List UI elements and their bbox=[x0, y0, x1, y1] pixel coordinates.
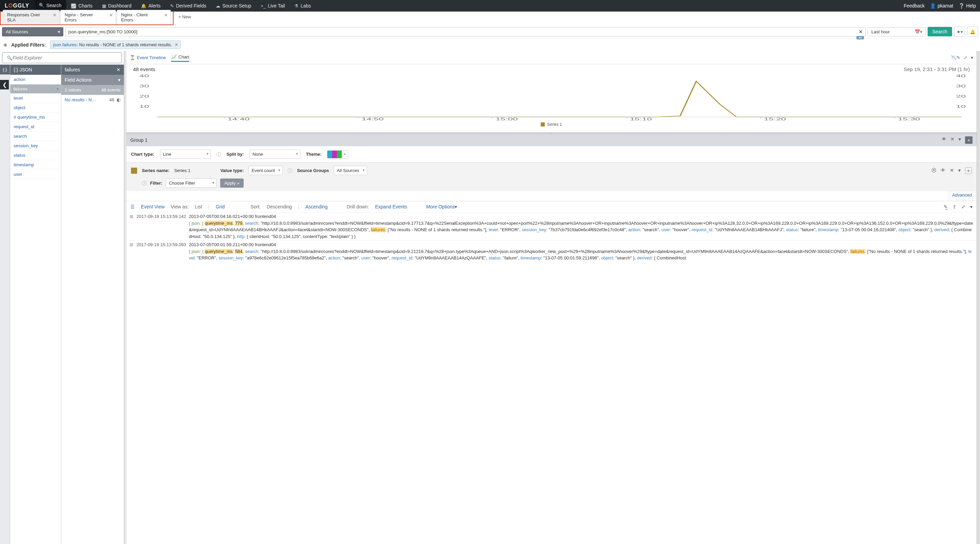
field-detail-header: failures ✕ bbox=[61, 65, 124, 75]
value-type-select[interactable]: Event count bbox=[248, 166, 283, 175]
json-type-chip[interactable]: {:} bbox=[0, 65, 10, 75]
scrollbar[interactable] bbox=[977, 51, 980, 544]
advanced-link[interactable]: Advanced bbox=[947, 191, 977, 201]
sort-asc[interactable]: Ascending bbox=[305, 204, 328, 209]
workspace-tab[interactable]: Nginx - Client Errors✕ bbox=[117, 10, 171, 24]
search-button[interactable]: Search bbox=[928, 27, 952, 36]
source-groups-select[interactable]: All Sources bbox=[334, 166, 367, 175]
field-item[interactable]: failures⋯ bbox=[10, 84, 61, 94]
chart-header: 48 events Sep 19, 2:31 - 3:31 PM (1 hr) bbox=[126, 64, 977, 73]
field-value-row[interactable]: No results - NONE48 ◐ bbox=[61, 95, 124, 105]
events-list[interactable]: ⊞2017-09-19 15:13:59.1422013-07-05T00:04… bbox=[126, 212, 977, 544]
svg-text:15:00: 15:00 bbox=[496, 117, 518, 121]
remove-filter-icon[interactable]: ✕ bbox=[175, 42, 178, 47]
svg-text:30: 30 bbox=[139, 84, 149, 88]
expand-event-icon[interactable]: ⊞ bbox=[130, 241, 134, 262]
workspace-tabs: Responses Over SLA✕Nginx - Server Errors… bbox=[0, 11, 173, 25]
edit-chart-icon[interactable]: 📉✎ bbox=[951, 55, 960, 60]
apply-filter-button[interactable]: Apply » bbox=[220, 179, 243, 188]
chart-legend: Series 1 bbox=[133, 121, 970, 129]
field-actions-dropdown[interactable]: Field Actions▾ bbox=[61, 75, 124, 85]
export-icon[interactable]: ⇪ bbox=[953, 204, 956, 209]
svg-text:10: 10 bbox=[956, 105, 966, 108]
expand-chart-icon[interactable]: ⤢ bbox=[964, 55, 967, 60]
workspace-tab[interactable]: Responses Over SLA✕ bbox=[3, 10, 60, 24]
group-menu-icon[interactable]: ▾ bbox=[959, 136, 961, 144]
event-view-link[interactable]: Event View bbox=[141, 204, 165, 209]
workspace-tab[interactable]: Nginx - Server Errors✕ bbox=[60, 10, 116, 24]
expand-events-icon[interactable]: ⤢ bbox=[961, 204, 966, 209]
svg-text:20: 20 bbox=[956, 94, 966, 98]
field-item[interactable]: action bbox=[10, 75, 61, 84]
alert-button[interactable]: 🔔 bbox=[967, 27, 978, 37]
field-item[interactable]: status bbox=[10, 151, 61, 160]
collapse-sidebar-icon[interactable]: ❮ bbox=[0, 80, 9, 89]
svg-text:10: 10 bbox=[139, 105, 149, 108]
series-visibility-icon[interactable]: 👁 bbox=[940, 167, 946, 174]
field-item[interactable]: object bbox=[10, 103, 61, 113]
search-row: All Sources json.querytime_ms:[500 TO 10… bbox=[0, 25, 980, 38]
series-target-icon[interactable]: ⦿ bbox=[931, 167, 937, 174]
svg-text:15:10: 15:10 bbox=[630, 117, 652, 121]
clear-query-icon[interactable]: ✕ bbox=[859, 29, 862, 34]
close-tab-icon[interactable]: ✕ bbox=[53, 13, 56, 18]
group-visibility-icon[interactable]: 👁 bbox=[942, 136, 946, 144]
field-item[interactable]: user bbox=[10, 170, 61, 179]
info-icon[interactable]: i bbox=[288, 168, 292, 173]
field-item[interactable]: request_id bbox=[10, 122, 61, 132]
legend-swatch bbox=[541, 122, 545, 127]
list-icon: ☰ bbox=[130, 204, 135, 209]
nav-source-setup[interactable]: ☁Source Setup bbox=[211, 0, 256, 11]
close-tab-icon[interactable]: ✕ bbox=[164, 13, 168, 18]
chart-type-select[interactable]: Line bbox=[160, 150, 211, 159]
field-item[interactable]: search bbox=[10, 132, 61, 141]
add-group-button[interactable]: + bbox=[965, 136, 972, 144]
field-item[interactable]: session_key bbox=[10, 141, 61, 151]
field-item[interactable]: level bbox=[10, 94, 61, 103]
field-item[interactable]: timestamp bbox=[10, 160, 61, 170]
events-menu-icon[interactable]: ▾ bbox=[970, 204, 972, 209]
feedback-link[interactable]: Feedback bbox=[904, 3, 924, 8]
close-field-icon[interactable]: ✕ bbox=[116, 67, 121, 73]
theme-select[interactable]: ▾ bbox=[327, 150, 348, 159]
nav-labs[interactable]: ⚗Labs bbox=[290, 0, 315, 11]
sort-desc[interactable]: Descending bbox=[267, 204, 292, 209]
chart-area[interactable]: 1010202030304040 14:4014:5015:0015:1015:… bbox=[126, 73, 977, 132]
values-summary: 1 values 48 events bbox=[61, 85, 124, 95]
eye-icon[interactable]: ◉ bbox=[3, 42, 7, 47]
close-tab-icon[interactable]: ✕ bbox=[109, 13, 113, 18]
sources-dropdown[interactable]: All Sources bbox=[2, 27, 63, 36]
more-options[interactable]: More Options▾ bbox=[426, 204, 457, 209]
filter-pill[interactable]: json.failures: No results - NONE of 1 sh… bbox=[50, 40, 181, 49]
tab-event-timeline[interactable]: ⌛Event Timeline bbox=[130, 54, 166, 62]
expand-event-icon[interactable]: ⊞ bbox=[130, 213, 134, 240]
help-link[interactable]: ❔Help bbox=[959, 3, 976, 8]
expand-query-icon[interactable]: ▾▾ bbox=[856, 36, 864, 40]
wand-icon[interactable]: ✎̲ bbox=[943, 204, 948, 209]
field-item[interactable]: # querytime_ms bbox=[10, 113, 61, 122]
add-series-button[interactable]: + bbox=[965, 167, 972, 174]
nav-live-tail[interactable]: >_Live Tail bbox=[256, 0, 290, 11]
new-tab-button[interactable]: + New bbox=[175, 12, 194, 21]
chart-menu-icon[interactable]: ▾ bbox=[971, 55, 973, 60]
info-icon[interactable]: i bbox=[142, 181, 147, 186]
time-range-dropdown[interactable]: Last hour 📅▾ bbox=[868, 27, 926, 36]
view-list[interactable]: List bbox=[195, 204, 202, 209]
series-menu-icon[interactable]: ▾ bbox=[958, 167, 961, 174]
view-grid[interactable]: Grid bbox=[216, 204, 224, 209]
split-by-select[interactable]: None bbox=[250, 150, 301, 159]
nav-derived-fields[interactable]: ✎Derived Fields bbox=[165, 0, 211, 11]
tab-chart[interactable]: 📈Chart bbox=[171, 53, 189, 62]
query-input[interactable]: json.querytime_ms:[500 TO 10000] ✕ ▾▾ bbox=[65, 27, 865, 36]
series-remove-icon[interactable]: ✕ bbox=[950, 167, 954, 174]
field-explorer-search[interactable] bbox=[2, 52, 122, 63]
favorite-button[interactable]: ★▾ bbox=[954, 27, 965, 37]
expand-events[interactable]: Expand Events bbox=[375, 204, 407, 209]
user-menu[interactable]: 👤pkamat bbox=[930, 3, 953, 8]
svg-text:30: 30 bbox=[956, 84, 966, 88]
group-remove-icon[interactable]: ✕ bbox=[950, 136, 955, 144]
filter-select[interactable]: Choose Filter bbox=[166, 179, 217, 188]
event-row[interactable]: ⊞2017-09-19 15:13:59.1422013-07-05T00:04… bbox=[127, 212, 975, 240]
event-row[interactable]: ⊞2017-09-19 15:13:59.0932013-07-05T00:01… bbox=[127, 240, 975, 262]
info-icon[interactable]: i bbox=[216, 152, 221, 157]
